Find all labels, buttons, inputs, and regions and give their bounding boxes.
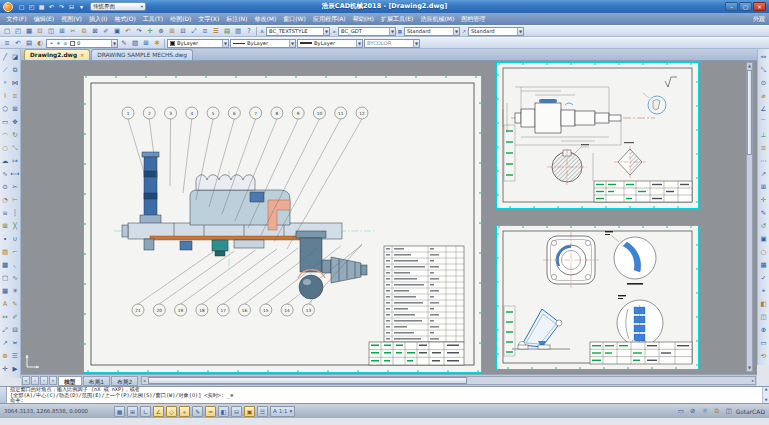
menu-item-4[interactable]: 格式(O) [111,13,139,25]
insert-block-icon[interactable]: ⧈ [0,207,10,220]
detail-viewport-parts[interactable] [497,226,698,369]
dim-center-mark-icon[interactable]: ✛ [759,194,769,207]
chevron-down-icon[interactable]: ▼ [413,40,419,47]
main-drawing-viewport[interactable]: 123456789101112212019181716151413 [84,76,481,372]
command-line-history[interactable]: 指定窗口的对角点，输入比例因子 (nX 或 nXP)，或者[全部(A)/中心(C… [7,387,762,403]
stretch-icon[interactable]: ↦ [10,155,20,168]
zoom-window-icon[interactable]: ⊞ [167,26,177,36]
title-block-icon[interactable]: ▭ [759,337,769,350]
ortho-icon[interactable]: ∟ [140,406,151,417]
zoom-previous-icon[interactable]: ⊟ [178,26,188,36]
layer-match-icon[interactable]: ▨ [130,38,140,48]
chevron-down-icon[interactable]: ▼ [517,28,523,35]
array-edit-icon[interactable]: ⊟ [10,324,20,337]
match-properties-icon[interactable]: ✐ [101,26,111,36]
horizontal-scrollbar[interactable]: ◂ ▸ [141,376,756,385]
layer-freeze-icon[interactable]: ❄ [152,38,162,48]
right-pane-scrollbar[interactable]: ▲ ▼ [746,62,753,372]
arc-icon[interactable]: ◠ [0,129,10,142]
undo-icon[interactable]: ↶ [123,26,133,36]
layer-previous-icon[interactable]: ↶ [13,38,23,48]
color-combo[interactable]: ByLayer ▼ [167,39,229,48]
dynamic-input-icon[interactable]: ✎ [192,406,203,417]
offset-icon[interactable]: ≡ [10,90,20,103]
dim-angular-icon[interactable]: ∠ [759,103,769,116]
surface-texture-icon[interactable]: ✓ [759,272,769,285]
close-tab-icon[interactable]: ✕ [80,52,84,58]
plot-icon[interactable]: ⊟ [67,2,76,11]
model-space-icon[interactable]: ▣ [244,406,255,417]
dim-radius-icon[interactable]: ⊙ [759,77,769,90]
customize-icon[interactable]: ▾ [77,2,86,11]
new-icon[interactable]: ▢ [17,2,26,11]
menu-item-8[interactable]: 标注(N) [223,13,251,25]
scroll-down-icon[interactable]: ▼ [747,365,752,371]
join-icon[interactable]: ∪ [10,233,20,246]
object-track-icon[interactable]: ⌖ [179,406,190,417]
ellipse-arc-icon[interactable]: ◔ [0,194,10,207]
chevron-down-icon[interactable]: ▼ [222,40,228,47]
minimize-button[interactable]: – [725,2,738,11]
grid-icon[interactable]: ⊞ [127,406,138,417]
text-style-combo[interactable]: BC_TEXTSTYLE ▼ [266,27,330,36]
menu-item-7[interactable]: 文字(X) [195,13,223,25]
pan-icon[interactable]: ✛ [145,26,155,36]
fullscreen-icon[interactable]: ◫ [724,406,734,416]
extend-icon[interactable]: ⊢ [10,194,20,207]
save-icon[interactable]: ▦ [37,2,46,11]
region-icon[interactable]: ▢ [0,272,10,285]
isolate-objects-icon[interactable]: ☼ [700,406,710,416]
chevron-down-icon[interactable]: ▾ [289,408,292,414]
dim-baseline-icon[interactable]: ≡ [759,142,769,155]
dim-edit-icon[interactable]: ✎ [759,207,769,220]
linetype-combo[interactable]: ByLayer ▼ [230,39,296,48]
make-block-icon[interactable]: ⊞ [0,220,10,233]
doc-tab-sample-mechs[interactable]: DRAWING SAMPLE MECHS.dwg [91,49,193,60]
layer-freeze-icon[interactable]: ❄ [56,41,61,46]
layer-properties-icon[interactable]: ≡ [2,38,12,48]
section-symbol-icon[interactable]: ◫ [759,311,769,324]
dim-continue-icon[interactable]: ⋯ [759,155,769,168]
menu-item-14[interactable]: 浩辰机械(M) [417,13,458,25]
clean-screen-icon[interactable]: ▭ [676,406,686,416]
erase-icon[interactable]: ◪ [10,51,20,64]
layer-walk-icon[interactable]: ⊞ [141,38,151,48]
mleader-style-combo[interactable]: Standard ▼ [468,27,524,36]
line-icon[interactable]: ╱ [0,51,10,64]
menu-item-15[interactable]: 图档管理 [458,13,489,25]
blend-curves-icon[interactable]: ∿ [10,272,20,285]
new-icon[interactable]: ▢ [2,26,12,36]
design-center-icon[interactable]: ▤ [222,26,232,36]
datum-icon[interactable]: ◧ [759,298,769,311]
menu-item-11[interactable]: 应用程序(A) [309,13,349,25]
tolerance-icon[interactable]: ⊕ [0,350,10,363]
dim-update-icon[interactable]: ↺ [759,220,769,233]
hatch-icon[interactable]: ▨ [0,246,10,259]
spline-edit-icon[interactable]: ✐ [10,311,20,324]
centerline-icon[interactable]: ✛ [0,363,10,376]
quick-properties-icon[interactable]: ☰ [257,406,268,417]
chevron-down-icon[interactable]: ▼ [356,40,362,47]
lengthen-icon[interactable]: ⟷ [10,168,20,181]
drawing-canvas[interactable]: 123456789101112212019181716151413 [21,61,757,374]
polyline-edit-icon[interactable]: ✎ [10,298,20,311]
copy-clip-icon[interactable]: ⧉ [79,26,89,36]
rotate-icon[interactable]: ↻ [10,129,20,142]
layer-combo[interactable]: ☀ ❄ ⊘ 0 ▼ [46,39,118,48]
command-line-window[interactable]: 指定窗口的对角点，输入比例因子 (nX 或 nXP)，或者[全部(A)/中心(C… [0,386,769,403]
chevron-down-icon[interactable]: ▼ [453,28,459,35]
hardware-acceleration-icon[interactable]: ⧉ [712,406,722,416]
break-at-point-icon[interactable]: ┆ [10,207,20,220]
block-editor-icon[interactable]: ▣ [112,26,122,36]
align-icon[interactable]: ≍ [10,337,20,350]
chevron-down-icon[interactable]: ▼ [289,40,295,47]
tab-model[interactable]: 模型 [58,376,82,386]
annotation-scale-control[interactable]: A 1:1 ▾ [270,406,295,417]
ellipse-icon[interactable]: ⊙ [0,181,10,194]
cut-icon[interactable]: ✂ [68,26,78,36]
dim-aligned-icon[interactable]: ⤢ [0,324,10,337]
multiline-text-icon[interactable]: A [0,298,10,311]
scroll-right-icon[interactable]: ▸ [752,377,754,384]
chevron-down-icon[interactable]: ▼ [111,40,117,47]
undo-icon[interactable]: ↶ [47,2,56,11]
